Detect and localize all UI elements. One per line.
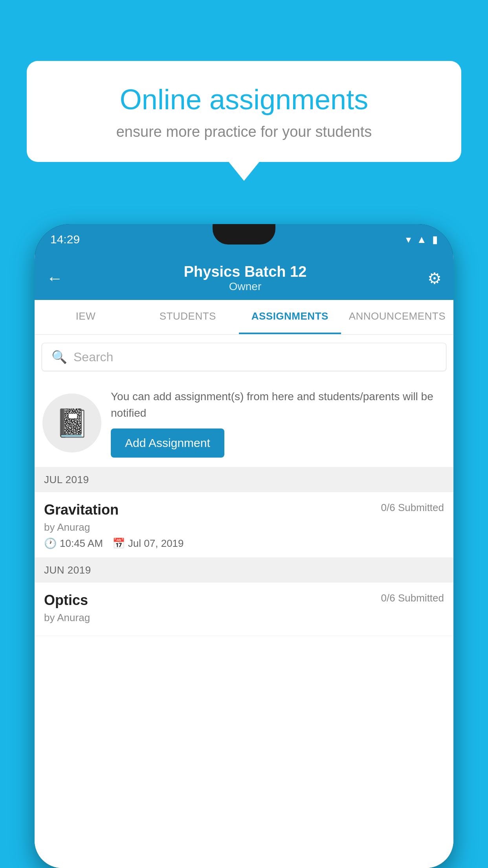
tab-assignments[interactable]: ASSIGNMENTS (239, 300, 341, 334)
search-bar[interactable]: 🔍 Search (42, 343, 446, 371)
back-button[interactable]: ← (46, 269, 63, 288)
meta-date: 📅 Jul 07, 2019 (112, 537, 184, 550)
content-area: 🔍 Search 📓 You can add assignment(s) fro… (35, 335, 453, 868)
section-header-jun: JUN 2019 (35, 558, 453, 583)
assignment-row1-optics: Optics 0/6 Submitted (44, 592, 444, 609)
settings-button[interactable]: ⚙ (427, 269, 442, 287)
assignment-row1: Gravitation 0/6 Submitted (44, 502, 444, 518)
tabs-bar: IEW STUDENTS ASSIGNMENTS ANNOUNCEMENTS (35, 300, 453, 335)
promo-block: 📓 You can add assignment(s) from here an… (35, 379, 453, 467)
assignment-status: 0/6 Submitted (381, 502, 444, 514)
tab-iew[interactable]: IEW (35, 300, 137, 334)
calendar-icon: 📅 (112, 537, 125, 550)
promo-description: You can add assignment(s) from here and … (111, 388, 446, 421)
speech-bubble-title: Online assignments (50, 83, 438, 116)
assignment-status-optics: 0/6 Submitted (381, 592, 444, 604)
speech-bubble-container: Online assignments ensure more practice … (27, 61, 461, 162)
assignment-item-gravitation[interactable]: Gravitation 0/6 Submitted by Anurag 🕐 10… (35, 492, 453, 558)
speech-bubble-subtitle: ensure more practice for your students (50, 123, 438, 140)
tab-announcements[interactable]: ANNOUNCEMENTS (341, 300, 453, 334)
promo-icon-circle: 📓 (42, 394, 101, 452)
header-subtitle: Owner (63, 280, 427, 293)
assignment-name: Gravitation (44, 502, 119, 518)
assignment-name-optics: Optics (44, 592, 88, 609)
header-center: Physics Batch 12 Owner (63, 263, 427, 293)
notebook-icon: 📓 (55, 407, 89, 439)
phone-screen: ← Physics Batch 12 Owner ⚙ IEW STUDENTS … (35, 255, 453, 868)
section-header-jul: JUL 2019 (35, 467, 453, 492)
status-time: 14:29 (50, 233, 80, 246)
search-icon: 🔍 (51, 349, 67, 364)
app-header: ← Physics Batch 12 Owner ⚙ (35, 255, 453, 300)
assignment-meta: 🕐 10:45 AM 📅 Jul 07, 2019 (44, 537, 444, 550)
status-bar: 14:29 ▾ ▲ ▮ (35, 224, 453, 255)
tab-students[interactable]: STUDENTS (137, 300, 239, 334)
promo-text-side: You can add assignment(s) from here and … (111, 388, 446, 458)
phone-frame: 14:29 ▾ ▲ ▮ ← Physics Batch 12 Owner ⚙ I… (35, 224, 453, 868)
clock-icon: 🕐 (44, 537, 57, 550)
status-icons: ▾ ▲ ▮ (406, 234, 438, 246)
assignment-item-optics[interactable]: Optics 0/6 Submitted by Anurag (35, 583, 453, 636)
search-placeholder: Search (73, 350, 113, 364)
battery-icon: ▮ (432, 234, 438, 246)
speech-bubble: Online assignments ensure more practice … (27, 61, 461, 162)
assignment-time: 10:45 AM (60, 537, 103, 550)
assignment-by-optics: by Anurag (44, 612, 444, 624)
assignment-date: Jul 07, 2019 (128, 537, 184, 550)
signal-icon: ▲ (416, 234, 427, 246)
meta-time: 🕐 10:45 AM (44, 537, 103, 550)
header-title: Physics Batch 12 (63, 263, 427, 280)
assignment-by: by Anurag (44, 521, 444, 533)
wifi-icon: ▾ (406, 234, 411, 246)
add-assignment-button[interactable]: Add Assignment (111, 428, 224, 458)
